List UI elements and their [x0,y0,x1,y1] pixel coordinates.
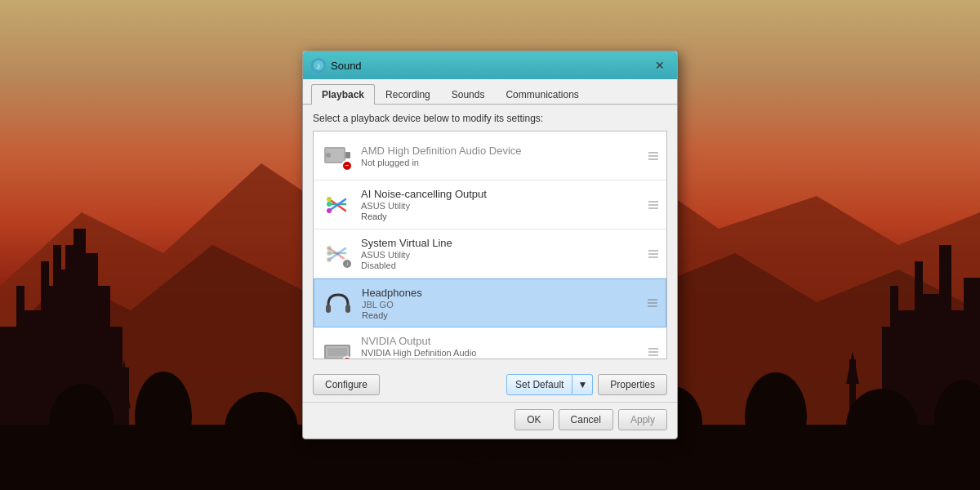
device-status-ai: Ready [361,212,487,221]
device-status-nvidia: Not plugged in [361,359,476,359]
dialog-title: Sound [331,60,646,72]
device-info-virtual: System Virtual Line ASUS Utility Disable… [361,237,452,270]
svg-point-26 [326,153,331,158]
svg-rect-39 [326,305,331,313]
ok-button[interactable]: OK [514,409,553,430]
dialog-overlay: ♪ Sound ✕ Playback Recording Sounds Comm… [0,0,980,490]
apply-button[interactable]: Apply [618,409,667,430]
device-name-nvidia: NVIDIA Output [361,335,476,347]
scroll-indicator-3 [648,250,658,258]
sound-title-icon: ♪ [311,58,326,73]
device-nvidia[interactable]: − NVIDIA Output NVIDIA High Definition A… [314,327,666,359]
set-default-button[interactable]: Set Default [506,374,572,395]
device-name-ai: AI Noise-cancelling Output [361,188,487,200]
device-info-headphones: Headphones JBL GO Ready [362,287,422,320]
svg-text:♪: ♪ [317,61,321,70]
device-sub-virtual: ASUS Utility [361,250,452,260]
scroll-indicator-5 [648,348,658,356]
device-icon-virtual: ↓ [322,238,353,270]
sound-dialog: ♪ Sound ✕ Playback Recording Sounds Comm… [302,51,678,439]
status-badge-disabled: ↓ [341,258,353,270]
svg-point-38 [327,257,332,262]
device-ai-noise[interactable]: AI Noise-cancelling Output ASUS Utility … [314,180,666,229]
device-icon-ai [322,189,353,220]
footer-buttons: Configure Set Default ▼ Properties [303,368,677,402]
svg-rect-43 [327,348,347,356]
device-amd-hd[interactable]: − AMD High Definition Audio Device Not p… [314,131,666,180]
svg-point-36 [327,246,332,251]
device-status-amd: Not plugged in [361,158,522,167]
right-footer-buttons: Set Default ▼ Properties [506,374,667,395]
device-name-virtual: System Virtual Line [361,237,452,249]
set-default-group: Set Default ▼ [506,374,593,395]
status-badge-error: − [341,160,353,172]
svg-point-37 [327,251,332,256]
properties-button[interactable]: Properties [598,374,667,395]
dialog-body: Select a playback device below to modify… [303,105,677,368]
dialog-titlebar: ♪ Sound ✕ [303,51,677,79]
device-system-virtual[interactable]: ↓ System Virtual Line ASUS Utility Disab… [314,229,666,278]
tab-recording[interactable]: Recording [375,84,441,105]
device-info-amd: AMD High Definition Audio Device Not plu… [361,145,522,167]
device-headphones[interactable]: Headphones JBL GO Ready [314,278,666,327]
action-buttons: OK Cancel Apply [303,402,677,439]
tab-sounds[interactable]: Sounds [441,84,496,105]
device-sub-headphones: JBL GO [362,300,422,310]
cancel-button[interactable]: Cancel [559,409,613,430]
device-info-ai: AI Noise-cancelling Output ASUS Utility … [361,188,487,221]
tab-communications[interactable]: Communications [495,84,589,105]
svg-rect-25 [345,152,350,158]
device-status-virtual: Disabled [361,261,452,270]
configure-button[interactable]: Configure [313,374,380,395]
svg-rect-40 [345,305,350,313]
set-default-dropdown-button[interactable]: ▼ [572,374,593,395]
device-sub-nvidia: NVIDIA High Definition Audio [361,348,476,358]
scroll-indicator-2 [648,201,658,209]
device-name-amd: AMD High Definition Audio Device [361,145,522,157]
instruction-text: Select a playback device below to modify… [313,113,667,124]
scroll-indicator-4 [648,299,657,307]
tab-playback[interactable]: Playback [311,84,375,105]
device-status-headphones: Ready [362,310,422,320]
device-icon-amd: − [322,140,353,172]
tabs-bar: Playback Recording Sounds Communications [303,79,677,105]
device-list: − AMD High Definition Audio Device Not p… [313,131,667,359]
svg-point-30 [327,197,332,202]
device-icon-nvidia: − [322,336,353,360]
device-info-nvidia: NVIDIA Output NVIDIA High Definition Aud… [361,335,476,359]
device-sub-ai: ASUS Utility [361,201,487,211]
device-icon-headphones [323,287,354,318]
scroll-indicator [648,152,658,160]
device-name-headphones: Headphones [362,287,422,299]
close-button[interactable]: ✕ [651,56,669,74]
svg-point-32 [327,208,332,213]
svg-point-31 [327,202,332,207]
